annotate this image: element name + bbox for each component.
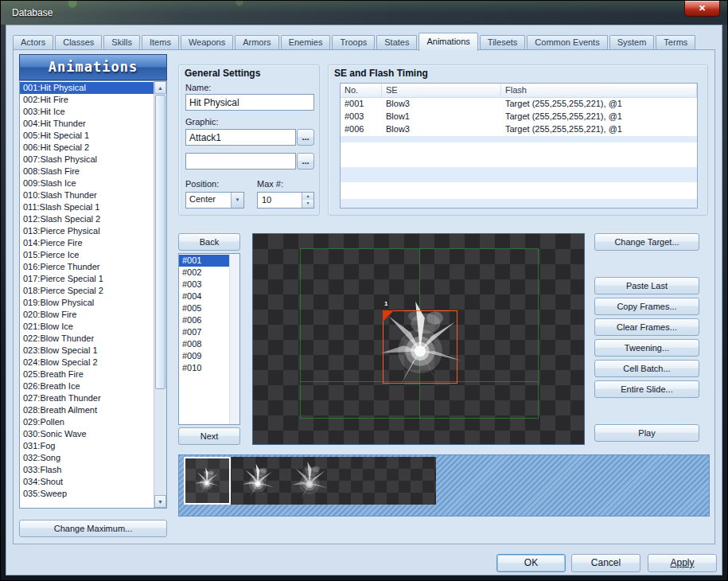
animation-list-item[interactable]: 021:Blow Ice: [20, 321, 154, 333]
animation-list-item[interactable]: 007:Slash Physical: [20, 154, 154, 166]
animation-list-item[interactable]: 012:Slash Special 2: [20, 213, 154, 225]
copy-frames-button[interactable]: Copy Frames...: [594, 298, 699, 315]
burst-sprite-icon: [289, 460, 330, 501]
animation-list-item[interactable]: 032:Song: [20, 452, 154, 464]
animation-list-item[interactable]: 018:Pierce Special 2: [20, 285, 154, 297]
frame-list-item[interactable]: #008: [179, 338, 229, 350]
cell-batch-button[interactable]: Cell Batch...: [594, 360, 699, 377]
spin-down-icon[interactable]: ▼: [302, 200, 313, 208]
tab[interactable]: Weapons: [181, 35, 233, 50]
animation-list-item[interactable]: 033:Flash: [20, 464, 154, 476]
cell-strip[interactable]: [184, 457, 436, 505]
frame-list-item[interactable]: #007: [179, 326, 229, 338]
animation-list-item[interactable]: 014:Pierce Fire: [20, 237, 154, 249]
graphic-field[interactable]: Attack1: [185, 129, 296, 146]
close-button[interactable]: ✕: [684, 1, 720, 17]
animation-list-item[interactable]: 002:Hit Fire: [20, 94, 154, 106]
apply-button[interactable]: Apply: [648, 554, 717, 572]
paste-last-button[interactable]: Paste Last: [594, 277, 699, 294]
se-timing-row[interactable]: #003 Blow1 Target (255,255,255,221), @1: [341, 111, 697, 123]
animation-list-item[interactable]: 030:Sonic Wave: [20, 428, 154, 440]
animation-list-item[interactable]: 010:Slash Thunder: [20, 189, 154, 201]
title-bar[interactable]: Database ✕: [1, 1, 727, 25]
position-select[interactable]: Center ▼: [185, 192, 244, 209]
frame-list-item[interactable]: #005: [179, 302, 229, 314]
frame-list-item[interactable]: #001: [179, 255, 229, 267]
animation-list-item[interactable]: 017:Pierce Special 1: [20, 273, 154, 285]
animation-list-item[interactable]: 004:Hit Thunder: [20, 118, 154, 130]
animation-list-item[interactable]: 026:Breath Ice: [20, 380, 154, 392]
column-se[interactable]: SE: [382, 84, 501, 97]
animation-list-item[interactable]: 023:Blow Special 1: [20, 345, 154, 357]
play-button[interactable]: Play: [594, 424, 699, 442]
animation-list-item[interactable]: 019:Blow Physical: [20, 297, 154, 309]
ok-button[interactable]: OK: [496, 554, 566, 572]
animation-list-item[interactable]: 013:Pierce Physical: [20, 225, 154, 237]
change-target-button[interactable]: Change Target...: [594, 233, 699, 251]
tab[interactable]: Actors: [13, 35, 53, 50]
se-timing-row[interactable]: #006 Blow3 Target (255,255,255,221), @1: [341, 123, 697, 136]
animation-list-item[interactable]: 001:Hit Physical: [20, 82, 154, 94]
frame-list-item[interactable]: #009: [179, 350, 229, 362]
animation-list-item[interactable]: 025:Breath Fire: [20, 368, 154, 380]
column-no[interactable]: No.: [341, 84, 382, 97]
animation-list-item[interactable]: 003:Hit Ice: [20, 106, 154, 118]
frame-list-scrollbar[interactable]: [229, 254, 239, 424]
tab[interactable]: Enemies: [281, 35, 331, 50]
animation-list-item[interactable]: 031:Fog: [20, 440, 154, 452]
animation-list-item[interactable]: 005:Hit Special 1: [20, 130, 154, 142]
next-button[interactable]: Next: [178, 427, 240, 445]
scroll-thumb[interactable]: [155, 95, 165, 389]
tab[interactable]: States: [376, 35, 417, 50]
animation-list-item[interactable]: 034:Shout: [20, 476, 154, 488]
animation-list-item[interactable]: 027:Breath Thunder: [20, 392, 154, 404]
back-button[interactable]: Back: [178, 233, 240, 251]
max-frames-stepper[interactable]: 10 ▲ ▼: [257, 192, 314, 209]
tab[interactable]: Tilesets: [480, 35, 526, 50]
graphic-browse-button[interactable]: ...: [297, 129, 314, 146]
selected-cell-box[interactable]: 1: [383, 310, 457, 384]
tab[interactable]: Animations: [419, 33, 477, 51]
tweening-button[interactable]: Tweening...: [594, 339, 699, 357]
tab[interactable]: Skills: [103, 35, 140, 50]
animation-preview-canvas[interactable]: 1: [252, 233, 585, 445]
animation-list-item[interactable]: 009:Slash Ice: [20, 177, 154, 189]
animation-list-item[interactable]: 015:Pierce Ice: [20, 249, 154, 261]
change-maximum-button[interactable]: Change Maximum...: [19, 520, 167, 537]
animation-list-item[interactable]: 029:Pollen: [20, 416, 154, 428]
frame-list-item[interactable]: #003: [179, 279, 229, 290]
graphic2-browse-button[interactable]: ...: [297, 153, 314, 170]
animation-list-item[interactable]: 024:Blow Special 2: [20, 357, 154, 368]
animation-list: 001:Hit Physical 002:Hit Fire 003:Hit Ic…: [19, 80, 167, 509]
tab[interactable]: Common Events: [527, 35, 607, 50]
animation-list-scrollbar[interactable]: ▲ ▼: [154, 81, 166, 508]
animation-list-item[interactable]: 028:Breath Ailment: [20, 404, 154, 416]
se-timing-row[interactable]: #001 Blow3 Target (255,255,255,221), @1: [341, 98, 697, 111]
graphic2-field[interactable]: [185, 153, 296, 170]
animation-list-item[interactable]: 020:Blow Fire: [20, 309, 154, 321]
column-flash[interactable]: Flash: [501, 84, 697, 97]
frame-list-item[interactable]: #010: [179, 362, 229, 374]
chevron-down-icon[interactable]: ▼: [231, 193, 243, 208]
frame-list-item[interactable]: #006: [179, 314, 229, 326]
animation-list-item[interactable]: 011:Slash Special 1: [20, 201, 154, 213]
tab[interactable]: System: [609, 35, 655, 50]
scroll-down-icon[interactable]: ▼: [154, 495, 166, 508]
tab[interactable]: Troops: [332, 35, 375, 50]
animation-list-item[interactable]: 016:Pierce Thunder: [20, 261, 154, 273]
cancel-button[interactable]: Cancel: [571, 554, 640, 572]
frame-list-item[interactable]: #002: [179, 267, 229, 279]
animation-list-item[interactable]: 006:Hit Special 2: [20, 142, 154, 154]
animation-list-item[interactable]: 008:Slash Fire: [20, 166, 154, 177]
name-input[interactable]: [185, 94, 314, 111]
scroll-up-icon[interactable]: ▲: [154, 81, 166, 94]
animation-list-item[interactable]: 022:Blow Thunder: [20, 333, 154, 345]
animation-list-item[interactable]: 035:Sweep: [20, 488, 154, 500]
entire-slide-button[interactable]: Entire Slide...: [594, 380, 699, 398]
frame-list-item[interactable]: #004: [179, 290, 229, 302]
tab[interactable]: Items: [142, 35, 179, 50]
tab[interactable]: Terms: [656, 35, 695, 50]
tab[interactable]: Armors: [235, 35, 278, 50]
clear-frames-button[interactable]: Clear Frames...: [594, 318, 699, 336]
tab[interactable]: Classes: [55, 35, 102, 50]
